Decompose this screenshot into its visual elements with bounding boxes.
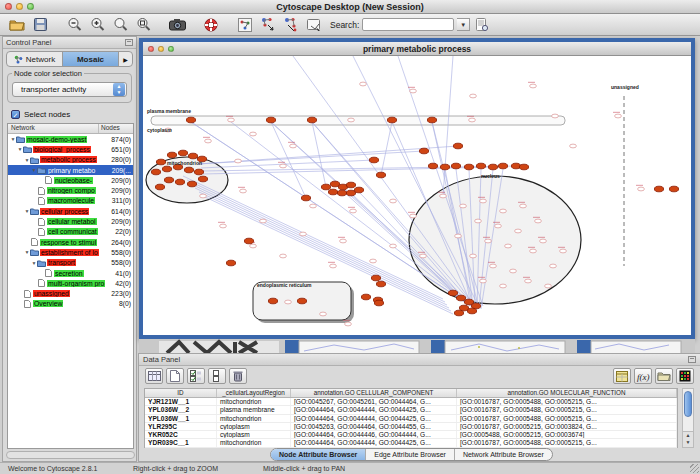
tree-row[interactable]: multi-organism pro42(0): [8, 278, 133, 288]
tree-row[interactable]: ▼transport558(0): [8, 258, 133, 268]
import-file-icon[interactable]: [655, 368, 673, 384]
network-node[interactable]: [226, 260, 235, 266]
annotation-icon[interactable]: [303, 15, 325, 34]
tree-row[interactable]: ▼mosaic-demo-yeast874(0): [8, 134, 133, 144]
column-header-region[interactable]: _cellularLayoutRegion: [217, 389, 291, 397]
small-network-node[interactable]: [485, 239, 492, 243]
network-node[interactable]: [369, 157, 378, 163]
network-window-titlebar[interactable]: primary metabolic process: [143, 42, 691, 56]
help-lifering-icon[interactable]: [200, 15, 222, 34]
tree-row[interactable]: nucleobase-209(0): [8, 175, 133, 185]
network-node[interactable]: [456, 295, 465, 301]
scrollbar-thumb[interactable]: [684, 391, 692, 417]
network-node[interactable]: [178, 150, 187, 156]
small-network-node[interactable]: [420, 254, 427, 258]
small-network-node[interactable]: [525, 279, 532, 283]
network-edge[interactable]: [443, 56, 453, 196]
small-network-node[interactable]: [470, 254, 477, 258]
network-node[interactable]: [448, 290, 457, 296]
small-network-node[interactable]: [490, 264, 497, 268]
tab-edge-attribute-browser[interactable]: Edge Attribute Browser: [366, 449, 455, 460]
small-network-node[interactable]: [550, 264, 557, 268]
tree-row[interactable]: ▼establishment of lo558(0): [8, 247, 133, 257]
tree-column-nodes[interactable]: Nodes: [99, 124, 133, 133]
network-node[interactable]: [387, 117, 396, 123]
small-network-node[interactable]: [410, 214, 417, 218]
plugin-manager-icon[interactable]: [471, 15, 493, 34]
small-network-node[interactable]: [440, 194, 447, 198]
small-network-node[interactable]: [250, 132, 257, 136]
small-network-node[interactable]: [540, 239, 547, 243]
small-network-node[interactable]: [510, 269, 517, 273]
tree-row[interactable]: secretion41(0): [8, 268, 133, 278]
table-row[interactable]: YKR052Ccytoplasm[GO:0044464, GO:0044446,…: [145, 431, 677, 439]
small-network-node[interactable]: [455, 234, 462, 238]
small-network-node[interactable]: [638, 187, 645, 191]
network-node[interactable]: [244, 238, 253, 244]
network-node[interactable]: [454, 310, 463, 316]
data-panel-float-icon[interactable]: [688, 356, 696, 363]
small-network-node[interactable]: [285, 300, 292, 304]
small-network-node[interactable]: [205, 139, 212, 143]
small-network-node[interactable]: [290, 144, 297, 148]
tree-column-network[interactable]: Network: [8, 124, 99, 133]
table-row[interactable]: YPL036W__1mitochondrion[GO:0044464, GO:0…: [145, 415, 677, 423]
small-network-node[interactable]: [345, 322, 352, 326]
small-network-node[interactable]: [200, 194, 207, 198]
table-scrollbar[interactable]: ▲▼: [682, 388, 694, 448]
small-network-node[interactable]: [280, 164, 287, 168]
small-network-node[interactable]: [495, 224, 502, 228]
small-network-node[interactable]: [460, 204, 467, 208]
network-node[interactable]: [476, 163, 485, 169]
network-node[interactable]: [419, 148, 428, 154]
scrollbar-arrows[interactable]: ▲▼: [683, 431, 693, 447]
network-node[interactable]: [301, 195, 310, 201]
small-network-node[interactable]: [370, 259, 377, 263]
network-node[interactable]: [155, 184, 164, 190]
network-node[interactable]: [151, 169, 160, 175]
tree-row[interactable]: nitrogen compo209(0): [8, 185, 133, 195]
apply-layout-1-icon[interactable]: [257, 15, 279, 34]
small-network-node[interactable]: [410, 89, 417, 93]
small-network-node[interactable]: [220, 224, 227, 228]
network-node[interactable]: [374, 300, 383, 306]
tree-row[interactable]: cellular metabol209(0): [8, 216, 133, 226]
table-row[interactable]: YLR295Ccytoplasm[GO:0045263, GO:0044464,…: [145, 423, 677, 431]
network-node[interactable]: [337, 190, 346, 196]
network-node[interactable]: [519, 164, 528, 170]
search-input[interactable]: [362, 18, 454, 31]
unselect-attributes-icon[interactable]: [208, 368, 226, 384]
small-network-node[interactable]: [360, 82, 367, 86]
tree-row[interactable]: unassigned223(0): [8, 288, 133, 298]
network-node[interactable]: [354, 187, 363, 193]
network-node[interactable]: [361, 294, 370, 300]
network-node[interactable]: [451, 163, 460, 169]
small-network-node[interactable]: [390, 244, 397, 248]
network-canvas[interactable]: plasma membranecytoplasmmitochondrionnuc…: [143, 56, 691, 335]
attribute-browser-icon[interactable]: [145, 368, 163, 384]
import-table-icon[interactable]: [613, 368, 631, 384]
small-network-node[interactable]: [530, 84, 537, 88]
small-network-node[interactable]: [545, 284, 552, 288]
zoom-selected-region-icon[interactable]: [132, 15, 154, 34]
tree-row[interactable]: ▼metabolic process280(0): [8, 155, 133, 165]
network-view-icon[interactable]: [234, 15, 256, 34]
table-row[interactable]: YJR121W__1mitochondrion[GO:0045267, GO:0…: [145, 398, 677, 406]
function-builder-icon[interactable]: f(x): [634, 368, 652, 384]
table-row[interactable]: YDR039C__1mitochondrion[GO:0044464, GO:0…: [145, 439, 677, 447]
zoom-fit-icon[interactable]: [109, 15, 131, 34]
column-header-id[interactable]: ID: [145, 389, 217, 397]
tab-network[interactable]: Network: [7, 52, 63, 66]
network-node[interactable]: [328, 189, 337, 195]
network-node[interactable]: [187, 181, 196, 187]
network-node[interactable]: [164, 177, 173, 183]
network-node[interactable]: [268, 298, 277, 304]
network-node[interactable]: [186, 117, 195, 123]
small-network-node[interactable]: [260, 219, 267, 223]
network-node[interactable]: [175, 179, 184, 185]
resize-grip[interactable]: [690, 464, 699, 473]
network-edge[interactable]: [198, 151, 424, 164]
network-node[interactable]: [156, 159, 165, 165]
select-nodes-checkbox[interactable]: ✓: [11, 110, 20, 119]
network-node[interactable]: [669, 186, 678, 192]
